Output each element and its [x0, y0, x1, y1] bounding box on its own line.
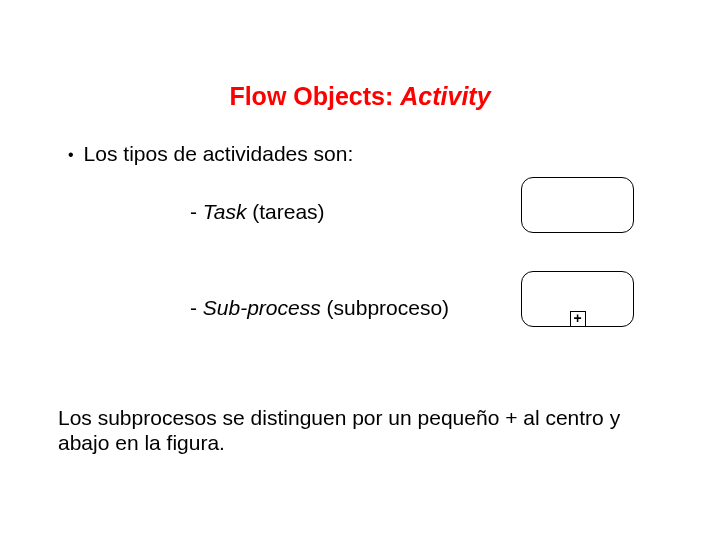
- subprocess-shape-icon: +: [521, 271, 634, 327]
- title-activity: Activity: [400, 82, 490, 110]
- item-task: - Task (tareas): [190, 200, 325, 224]
- item-subprocess-paren: (subproceso): [321, 296, 449, 319]
- task-shape-icon: [521, 177, 634, 233]
- item-subprocess: - Sub-process (subproceso): [190, 296, 449, 320]
- title-prefix: Flow Objects:: [229, 82, 400, 110]
- slide: Flow Objects: Activity •Los tipos de act…: [0, 0, 720, 540]
- slide-title: Flow Objects: Activity: [0, 82, 720, 111]
- bullet-icon: •: [68, 147, 74, 163]
- bullet-line: •Los tipos de actividades son:: [68, 142, 353, 166]
- plus-icon: +: [570, 311, 586, 327]
- item-subprocess-label: Sub-process: [203, 296, 321, 319]
- bullet-text: Los tipos de actividades son:: [84, 142, 354, 165]
- item-task-label: Task: [203, 200, 247, 223]
- item-task-paren: (tareas): [246, 200, 324, 223]
- footer-text: Los subprocesos se distinguen por un peq…: [58, 405, 660, 455]
